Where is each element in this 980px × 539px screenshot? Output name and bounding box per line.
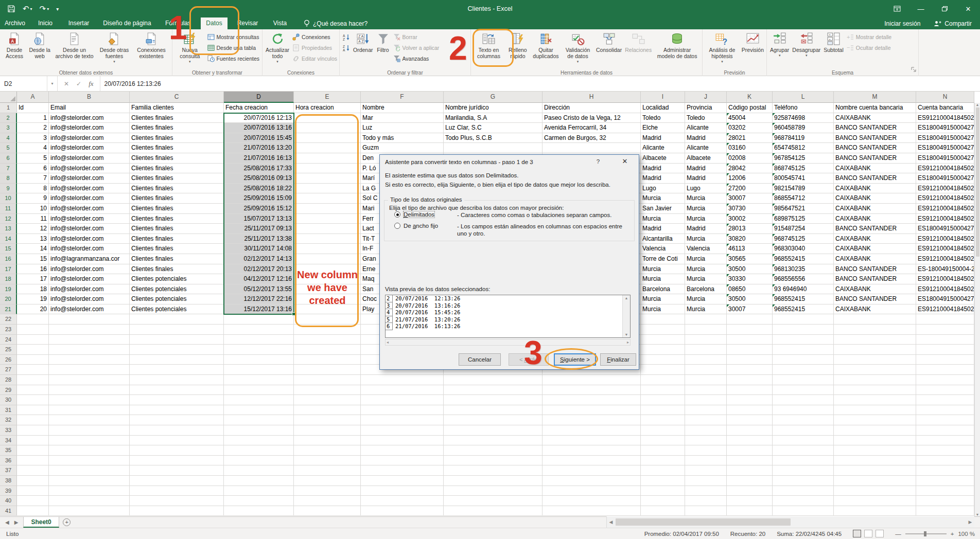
cell[interactable]: [294, 345, 361, 355]
dropdown-arrow-icon[interactable]: ▾: [189, 60, 191, 64]
cell[interactable]: [361, 465, 444, 476]
cell[interactable]: [773, 476, 834, 486]
cell[interactable]: [294, 264, 361, 275]
cell[interactable]: Toledo: [685, 113, 727, 123]
ribbon-button-agrupar[interactable]: Agrupar▾: [768, 30, 791, 58]
customize-qat-icon[interactable]: ▾: [56, 6, 59, 12]
cell[interactable]: [916, 486, 974, 496]
cell[interactable]: 45004: [727, 113, 773, 123]
cell[interactable]: CAIXABANK: [834, 164, 916, 174]
cell[interactable]: [49, 314, 130, 325]
cell[interactable]: [444, 405, 542, 416]
cell[interactable]: [444, 375, 542, 385]
row-header-3[interactable]: 3: [0, 123, 17, 133]
radio-button-icon[interactable]: [394, 223, 400, 229]
cell[interactable]: [916, 405, 974, 416]
cell[interactable]: [916, 355, 974, 365]
cell[interactable]: Alicante: [685, 143, 727, 153]
cell[interactable]: [542, 506, 641, 516]
cell[interactable]: [542, 395, 641, 405]
cell[interactable]: [224, 506, 294, 516]
cell[interactable]: [641, 415, 685, 425]
cell[interactable]: ES91210004184502: [916, 193, 974, 204]
cell[interactable]: Murcia: [685, 254, 727, 264]
name-box[interactable]: D2: [0, 76, 47, 91]
cell[interactable]: [727, 314, 773, 325]
cell[interactable]: 02/12/2017 20:13: [224, 264, 294, 275]
cell[interactable]: Murcia: [685, 204, 727, 214]
cell[interactable]: 915487254: [773, 224, 834, 234]
cell[interactable]: [641, 425, 685, 436]
cell[interactable]: info@stelorder.com: [49, 264, 130, 275]
cell[interactable]: info@stelorder.com: [49, 113, 130, 123]
cell[interactable]: [444, 395, 542, 405]
cell[interactable]: [17, 425, 49, 436]
cell[interactable]: Email: [49, 103, 130, 113]
cell[interactable]: [834, 476, 916, 486]
cell[interactable]: [294, 143, 361, 153]
tab-vista[interactable]: Vista: [268, 17, 292, 29]
cell[interactable]: [294, 506, 361, 516]
sheet-tab-sheet0[interactable]: Sheet0: [23, 517, 59, 528]
scroll-left-icon[interactable]: ◀: [607, 519, 615, 525]
scroll-down-icon[interactable]: ▼: [976, 513, 979, 516]
cell[interactable]: 30565: [727, 254, 773, 264]
row-header-32[interactable]: 32: [0, 415, 17, 425]
ribbon-button-nueva-consulta[interactable]: Nueva consulta▾: [174, 30, 206, 63]
cell[interactable]: [49, 385, 130, 396]
cell[interactable]: info@stelorder.com: [49, 214, 130, 224]
cell[interactable]: [361, 415, 444, 425]
cell[interactable]: Madrid: [685, 224, 727, 234]
cell[interactable]: [130, 395, 224, 405]
cell[interactable]: [49, 506, 130, 516]
cell[interactable]: 25/11/2017 09:13: [224, 224, 294, 234]
cell[interactable]: [773, 335, 834, 345]
cell[interactable]: [542, 425, 641, 436]
cell[interactable]: ES18004915000427: [916, 173, 974, 184]
zoom-out-icon[interactable]: —: [895, 531, 901, 537]
cell[interactable]: Lugo: [685, 184, 727, 194]
row-header-18[interactable]: 18: [0, 274, 17, 284]
cell[interactable]: [361, 456, 444, 466]
cell[interactable]: 20/07/2016 13:16: [224, 123, 294, 133]
cell[interactable]: 4: [17, 143, 49, 153]
cell[interactable]: [641, 365, 685, 375]
cell[interactable]: Alicante: [641, 143, 685, 153]
cell[interactable]: info@stelorder.com: [49, 234, 130, 244]
cell[interactable]: [773, 325, 834, 335]
cell[interactable]: [685, 365, 727, 375]
cell[interactable]: [727, 465, 773, 476]
row-header-15[interactable]: 15: [0, 244, 17, 254]
cell[interactable]: [727, 445, 773, 456]
cell[interactable]: [773, 314, 834, 325]
cell[interactable]: [130, 405, 224, 416]
column-header-D[interactable]: D: [224, 92, 294, 103]
cell[interactable]: info@stelorder.com: [49, 133, 130, 143]
cell[interactable]: 30007: [727, 193, 773, 204]
cell[interactable]: [49, 325, 130, 335]
cell[interactable]: info@stelorder.com: [49, 294, 130, 304]
row-header-16[interactable]: 16: [0, 254, 17, 264]
cell[interactable]: ES-180049150004-2: [916, 264, 974, 275]
cell[interactable]: [130, 425, 224, 436]
cell[interactable]: Clientes finales: [130, 123, 224, 133]
cell[interactable]: [916, 335, 974, 345]
cell[interactable]: Murcia: [641, 214, 685, 224]
cell[interactable]: [834, 385, 916, 396]
cell[interactable]: [685, 415, 727, 425]
cell[interactable]: [773, 445, 834, 456]
cell[interactable]: BANCO SANTANDER: [834, 133, 916, 143]
cell[interactable]: 8: [17, 184, 49, 194]
cell[interactable]: 9: [17, 193, 49, 204]
cell[interactable]: [130, 465, 224, 476]
cell[interactable]: [294, 436, 361, 446]
cell[interactable]: [49, 335, 130, 345]
cell[interactable]: ES91210004184502: [916, 244, 974, 254]
preview-scroll-left-icon[interactable]: ◂: [387, 340, 389, 345]
cell[interactable]: ES18004915000427: [916, 294, 974, 304]
cell[interactable]: [294, 294, 361, 304]
row-header-23[interactable]: 23: [0, 325, 17, 335]
cell[interactable]: [727, 345, 773, 355]
column-header-C[interactable]: C: [130, 92, 224, 103]
cell[interactable]: 15/12/2017 13:16: [224, 304, 294, 315]
